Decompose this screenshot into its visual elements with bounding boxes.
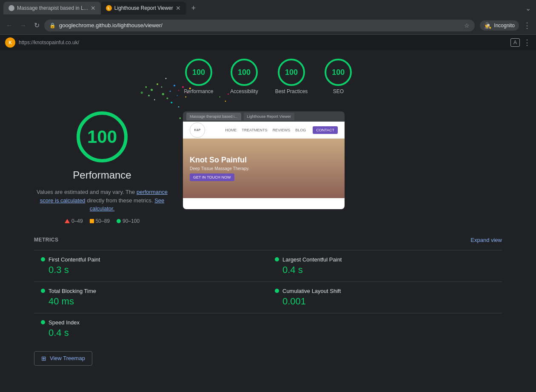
score-legend: 0–49 50–89 90–100 <box>65 218 140 224</box>
svg-point-32 <box>225 101 226 102</box>
metric-tbt-value: 40 ms <box>48 296 261 307</box>
tab2-label: Lighthouse Report Viewer <box>114 5 173 11</box>
nav-link-blog: BLOG <box>295 128 306 132</box>
incognito-button[interactable]: 🕵 Incognito <box>480 20 519 31</box>
expand-view-button[interactable]: Expand view <box>470 237 502 243</box>
metrics-grid: First Contentful Paint 0.3 s Largest Con… <box>34 250 502 344</box>
translate-icon: A <box>513 40 517 45</box>
perf-left: 100 Performance Values are estimated and… <box>34 111 170 224</box>
score-section: 100 Performance 100 Accessibility 100 Be… <box>0 50 536 103</box>
profile-url: https://knotsopainful.co.uk/ <box>19 40 79 45</box>
best-practices-score: 100 <box>285 68 298 77</box>
best-practices-ring: 100 <box>278 59 305 86</box>
site-hero-button: GET IN TOUCH NOW <box>190 173 234 181</box>
site-nav-links: HOME TREATMENTS REVIEWS BLOG <box>225 128 306 132</box>
metric-cls-label: Cumulative Layout Shift <box>282 288 341 294</box>
svg-point-1 <box>157 83 158 85</box>
browser-menu-button[interactable]: ⋮ <box>522 19 533 32</box>
metrics-title: METRICS <box>34 237 59 243</box>
forward-button[interactable]: → <box>17 20 29 31</box>
incognito-icon: 🕵 <box>484 22 491 29</box>
accessibility-score: 100 <box>238 68 251 77</box>
metric-tbt-label-row: Total Blocking Time <box>41 288 261 294</box>
perf-desc-text1: Values are estimated and may vary. The <box>37 189 135 195</box>
screenshot-browser-bar: Massage therapist based i... Lighthouse … <box>183 111 345 122</box>
legend-green: 90–100 <box>117 218 140 224</box>
treemap-section: ⊞ View Treemap <box>0 344 536 372</box>
svg-point-10 <box>174 85 175 86</box>
translate-button[interactable]: A <box>510 38 520 47</box>
svg-point-31 <box>219 97 220 98</box>
back-button[interactable]: ← <box>3 20 15 31</box>
metrics-header: METRICS Expand view <box>34 237 502 243</box>
svg-point-7 <box>165 78 167 79</box>
screenshot-preview: Massage therapist based i... Lighthouse … <box>183 111 345 209</box>
score-performance: 100 Performance <box>184 59 214 94</box>
metric-si-label: Speed Index <box>48 319 80 326</box>
metric-tbt: Total Blocking Time 40 ms <box>34 281 268 313</box>
legend-yellow-label: 50–89 <box>96 218 110 224</box>
bookmark-icon[interactable]: ☆ <box>464 22 470 29</box>
performance-label: Performance <box>184 88 214 94</box>
profile-avatar: K <box>5 37 15 48</box>
main-content: 100 Performance 100 Accessibility 100 Be… <box>0 50 536 392</box>
score-seo: 100 SEO <box>325 59 352 94</box>
incognito-label: Incognito <box>494 23 515 28</box>
tab-expander[interactable]: ⌄ <box>524 3 533 14</box>
nav-link-reviews: REVIEWS <box>273 128 291 132</box>
metric-si-dot <box>41 320 45 324</box>
accessibility-ring: 100 <box>231 59 258 86</box>
tab1-close[interactable]: ✕ <box>91 5 96 11</box>
screenshot-tab2: Lighthouse Report Viewer <box>244 113 294 120</box>
site-hero-text: Knot So Painful Deep Tissue Massage Ther… <box>190 156 249 181</box>
perf-right: Massage therapist based i... Lighthouse … <box>183 111 502 209</box>
metric-tbt-dot <box>41 289 45 293</box>
address-bar[interactable]: 🔒 googlechrome.github.io/lighthouse/view… <box>44 20 475 31</box>
big-performance-circle: 100 <box>77 111 128 162</box>
metric-fcp-value: 0.3 s <box>48 264 261 276</box>
big-performance-score: 100 <box>87 127 117 147</box>
legend-red: 0–49 <box>65 218 83 224</box>
screenshot-content: K&P HOME TREATMENTS REVIEWS BLOG CONTACT <box>183 122 345 209</box>
treemap-icon: ⊞ <box>41 355 46 362</box>
tab-lighthouse-viewer[interactable]: L Lighthouse Report Viewer ✕ <box>101 2 186 14</box>
best-practices-label: Best Practices <box>275 88 308 94</box>
score-best-practices: 100 Best Practices <box>275 59 308 94</box>
svg-point-9 <box>166 97 168 99</box>
metric-fcp-label: First Contentful Paint <box>48 256 100 263</box>
nav-link-treatments: TREATMENTS <box>242 128 267 132</box>
score-accessibility: 100 Accessibility <box>230 59 258 94</box>
site-hero-title: Knot So Painful <box>190 156 249 165</box>
metric-lcp-value: 0.4 s <box>282 264 495 276</box>
site-nav: K&P HOME TREATMENTS REVIEWS BLOG CONTACT <box>183 122 345 139</box>
svg-point-13 <box>182 86 184 88</box>
metric-cls-label-row: Cumulative Layout Shift <box>275 288 495 294</box>
refresh-button[interactable]: ↻ <box>31 20 43 31</box>
seo-ring: 100 <box>325 59 352 86</box>
tab2-close[interactable]: ✕ <box>176 5 181 11</box>
treemap-button[interactable]: ⊞ View Treemap <box>34 351 92 366</box>
site-hero-subtitle: Deep Tissue Massage Therapy. <box>190 166 249 171</box>
svg-point-11 <box>170 91 171 92</box>
metric-cls: Cumulative Layout Shift 0.001 <box>268 281 502 313</box>
svg-point-17 <box>185 97 186 98</box>
svg-point-12 <box>177 95 178 96</box>
svg-point-2 <box>162 93 164 95</box>
seo-label: SEO <box>333 88 344 94</box>
perf-desc-text2: directly from these metrics. <box>87 197 153 204</box>
site-nav-contact: CONTACT <box>313 126 338 134</box>
perf-description: Values are estimated and may vary. The p… <box>34 188 170 213</box>
new-tab-button[interactable]: + <box>188 2 200 14</box>
metric-lcp-label: Largest Contentful Paint <box>282 256 342 263</box>
metric-fcp-label-row: First Contentful Paint <box>41 256 261 263</box>
profile-menu-button[interactable]: ⋮ <box>523 38 531 47</box>
address-text: googlechrome.github.io/lighthouse/viewer… <box>59 22 461 28</box>
legend-red-icon <box>65 219 70 223</box>
performance-score: 100 <box>192 68 205 77</box>
metric-lcp-dot <box>275 257 279 261</box>
screenshot-tab1: Massage therapist based i... <box>186 113 241 120</box>
tab-massage-therapist[interactable]: Massage therapist based in L... ✕ <box>3 2 101 14</box>
svg-point-4 <box>154 99 155 100</box>
svg-point-5 <box>161 86 163 88</box>
perf-title: Performance <box>73 169 131 181</box>
